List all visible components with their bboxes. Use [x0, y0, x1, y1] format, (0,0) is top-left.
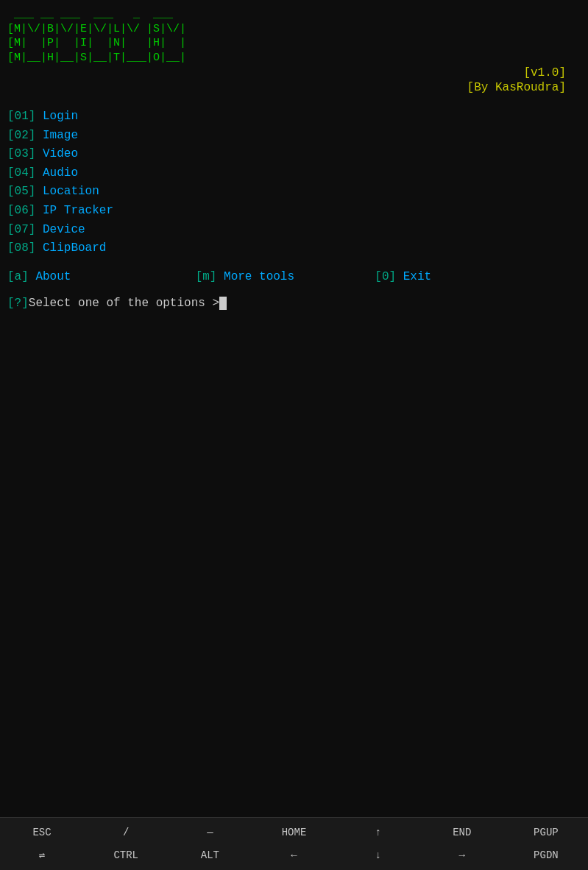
prompt-text: Select one of the options >: [29, 297, 219, 310]
key-end[interactable]: END: [433, 824, 492, 841]
footer-about-label[interactable]: About: [29, 270, 71, 283]
keyboard-row-1: ESC / — HOME ↑ END PGUP: [0, 824, 588, 841]
key-esc[interactable]: ESC: [13, 824, 71, 841]
key-dash[interactable]: —: [180, 824, 239, 841]
key-pgdn[interactable]: PGDN: [517, 846, 575, 864]
keyboard-bar: ESC / — HOME ↑ END PGUP ⇌ CTRL ALT ← ↓ →…: [0, 817, 588, 870]
menu-item-04[interactable]: [04] Audio: [7, 164, 581, 183]
prompt-bracket: [?]: [7, 297, 29, 310]
key-alt[interactable]: ALT: [180, 846, 239, 864]
key-right[interactable]: →: [433, 846, 492, 864]
menu-item-01[interactable]: [01] Login: [7, 107, 581, 127]
key-home[interactable]: HOME: [264, 824, 323, 841]
key-up[interactable]: ↑: [349, 824, 408, 841]
key-down[interactable]: ↓: [349, 846, 408, 864]
menu-item-03[interactable]: [03] Video: [7, 145, 581, 164]
ascii-logo-final: ___ __ ___ ___ _ ___ [M|\/|B|\/|E|\/|L|\…: [7, 7, 581, 65]
menu-item-08[interactable]: [08] ClipBoard: [7, 239, 581, 258]
menu-section: [01] Login [02] Image [03] Video [04] Au…: [7, 107, 581, 258]
prompt-line[interactable]: [?] Select one of the options >: [7, 297, 581, 310]
menu-item-02[interactable]: [02] Image: [7, 127, 581, 146]
key-slash[interactable]: /: [96, 824, 155, 841]
menu-item-06[interactable]: [06] IP Tracker: [7, 202, 581, 221]
key-ctrl[interactable]: CTRL: [96, 846, 155, 864]
key-left[interactable]: ←: [264, 846, 323, 864]
terminal-window: ___ __ ___ ___ _ ___ [M|\/|B|\/|E|\/|L|\…: [0, 0, 588, 817]
author-line: [By KasRoudra]: [7, 81, 581, 94]
version-line: [v1.0]: [7, 66, 581, 79]
footer-exit-key: [0]: [375, 270, 396, 283]
menu-item-07[interactable]: [07] Device: [7, 221, 581, 240]
footer-more-label[interactable]: More tools: [216, 270, 294, 283]
footer-about-key: [a]: [7, 270, 29, 283]
menu-item-05[interactable]: [05] Location: [7, 183, 581, 202]
key-settings-icon[interactable]: ⇌: [13, 846, 71, 864]
keyboard-row-2: ⇌ CTRL ALT ← ↓ → PGDN: [0, 846, 588, 864]
footer-more-key: [m]: [196, 270, 217, 283]
cursor: [219, 297, 227, 310]
key-pgup[interactable]: PGUP: [517, 824, 575, 841]
menu-footer: [a] About [m] More tools [0] Exit: [7, 270, 581, 283]
footer-exit-label[interactable]: Exit: [396, 270, 431, 283]
